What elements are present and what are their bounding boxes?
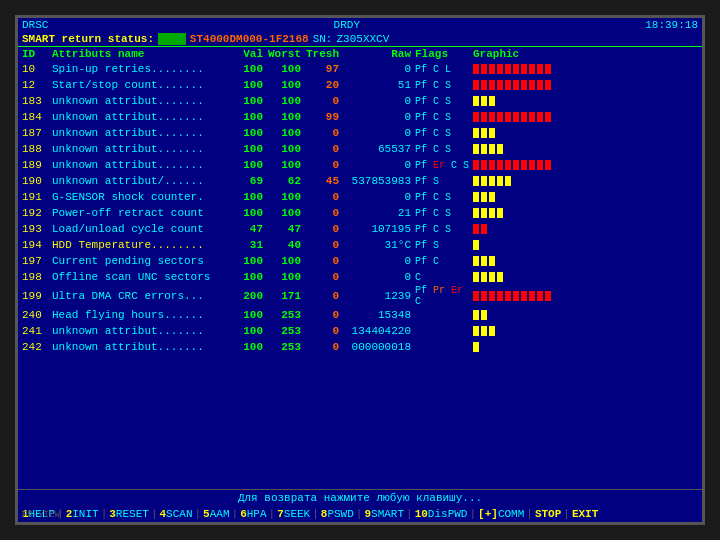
nav-label: HPA bbox=[247, 508, 267, 520]
top-bar: DRSC DRDY 18:39:18 bbox=[18, 18, 702, 32]
cell-worst: 100 bbox=[267, 127, 305, 139]
nav-separator: | bbox=[232, 508, 239, 520]
cell-raw: 0 bbox=[343, 63, 415, 75]
nav-num: 10 bbox=[415, 508, 428, 520]
cell-raw: 000000018 bbox=[343, 341, 415, 353]
nav-num: 5 bbox=[203, 508, 210, 520]
cell-id: 12 bbox=[22, 79, 52, 91]
table-row: 194 HDD Temperature........ 31 40 0 31°C… bbox=[18, 237, 702, 253]
cell-flags: Pf C S bbox=[415, 144, 473, 155]
cell-graphic bbox=[473, 256, 573, 266]
cell-val: 31 bbox=[232, 239, 267, 251]
table-row: 242 unknown attribut....... 100 253 0 00… bbox=[18, 339, 702, 355]
table-row: 191 G-SENSOR shock counter. 100 100 0 0 … bbox=[18, 189, 702, 205]
cell-worst: 47 bbox=[267, 223, 305, 235]
nav-item[interactable]: 8PSWD bbox=[321, 508, 354, 520]
cell-worst: 253 bbox=[267, 325, 305, 337]
nav-num: 9 bbox=[364, 508, 371, 520]
cell-val: 47 bbox=[232, 223, 267, 235]
table-row: 10 Spin-up retries........ 100 100 97 0 … bbox=[18, 61, 702, 77]
cell-val: 100 bbox=[232, 309, 267, 321]
cell-raw: 31°C bbox=[343, 239, 415, 251]
nav-item[interactable]: 5AAM bbox=[203, 508, 229, 520]
cell-graphic bbox=[473, 272, 573, 282]
nav-item[interactable]: 7SEEK bbox=[277, 508, 310, 520]
cell-name: Load/unload cycle count bbox=[52, 223, 232, 235]
main-screen: DRSC DRDY 18:39:18 SMART return status: … bbox=[15, 15, 705, 525]
cell-name: unknown attribut....... bbox=[52, 111, 232, 123]
cell-graphic bbox=[473, 342, 573, 352]
cell-worst: 62 bbox=[267, 175, 305, 187]
cell-flags: C bbox=[415, 272, 473, 283]
smart-status-indicator bbox=[158, 33, 186, 45]
nav-item[interactable]: 10DisPWD bbox=[415, 508, 468, 520]
cell-graphic bbox=[473, 160, 573, 170]
cell-name: Offline scan UNC sectors bbox=[52, 271, 232, 283]
bottom-nav[interactable]: 1HELP|2INIT|3RESET|4SCAN|5AAM|6HPA|7SEEK… bbox=[18, 506, 702, 522]
cell-flags: Pf S bbox=[415, 240, 473, 251]
cell-flags: Pf Pr Er C bbox=[415, 285, 473, 307]
cell-val: 100 bbox=[232, 271, 267, 283]
cell-thresh: 0 bbox=[305, 271, 343, 283]
table-row: 12 Start/stop count....... 100 100 20 51… bbox=[18, 77, 702, 93]
cell-worst: 100 bbox=[267, 95, 305, 107]
cell-graphic bbox=[473, 128, 573, 138]
cell-name: unknown attribut....... bbox=[52, 325, 232, 337]
cell-flags: Pf C S bbox=[415, 112, 473, 123]
cell-worst: 171 bbox=[267, 290, 305, 302]
nav-separator: | bbox=[356, 508, 363, 520]
nav-num: 3 bbox=[109, 508, 116, 520]
nav-item[interactable]: 2INIT bbox=[66, 508, 99, 520]
nav-separator: | bbox=[526, 508, 533, 520]
cell-raw: 0 bbox=[343, 111, 415, 123]
cell-worst: 100 bbox=[267, 63, 305, 75]
cell-flags: Pf C L bbox=[415, 64, 473, 75]
cell-name: Power-off retract count bbox=[52, 207, 232, 219]
nav-item[interactable]: 4SCAN bbox=[159, 508, 192, 520]
header-thresh: Tresh bbox=[305, 48, 343, 60]
cell-thresh: 99 bbox=[305, 111, 343, 123]
nav-item[interactable]: [+]COMM bbox=[478, 508, 524, 520]
cell-name: unknown attribut....... bbox=[52, 341, 232, 353]
cell-val: 100 bbox=[232, 255, 267, 267]
cell-thresh: 20 bbox=[305, 79, 343, 91]
cell-graphic bbox=[473, 208, 573, 218]
cell-thresh: 0 bbox=[305, 127, 343, 139]
drdy-label: DRDY bbox=[334, 19, 360, 31]
nav-num: 2 bbox=[66, 508, 73, 520]
table-header: ID Attributs name Val Worst Tresh Raw Fl… bbox=[18, 46, 702, 61]
table-body: 10 Spin-up retries........ 100 100 97 0 … bbox=[18, 61, 702, 489]
nav-label: SMART bbox=[371, 508, 404, 520]
nav-label: INIT bbox=[72, 508, 98, 520]
cell-name: Spin-up retries........ bbox=[52, 63, 232, 75]
cell-raw: 0 bbox=[343, 255, 415, 267]
cell-id: 197 bbox=[22, 255, 52, 267]
cell-graphic bbox=[473, 80, 573, 90]
table-row: 188 unknown attribut....... 100 100 0 65… bbox=[18, 141, 702, 157]
cell-raw: 0 bbox=[343, 191, 415, 203]
nav-item[interactable]: 6HPA bbox=[240, 508, 266, 520]
header-raw: Raw bbox=[343, 48, 415, 60]
cell-val: 100 bbox=[232, 207, 267, 219]
nav-separator: | bbox=[406, 508, 413, 520]
nav-separator: | bbox=[151, 508, 158, 520]
nav-item[interactable]: 3RESET bbox=[109, 508, 149, 520]
cell-raw: 15348 bbox=[343, 309, 415, 321]
cell-name: unknown attribut....... bbox=[52, 127, 232, 139]
nav-item[interactable]: EXIT bbox=[572, 508, 598, 520]
table-row: 183 unknown attribut....... 100 100 0 0 … bbox=[18, 93, 702, 109]
nav-item[interactable]: 9SMART bbox=[364, 508, 404, 520]
cell-raw: 21 bbox=[343, 207, 415, 219]
nav-item[interactable]: STOP bbox=[535, 508, 561, 520]
nav-separator: | bbox=[469, 508, 476, 520]
cell-thresh: 0 bbox=[305, 143, 343, 155]
cell-id: 183 bbox=[22, 95, 52, 107]
cell-id: 240 bbox=[22, 309, 52, 321]
cell-flags: Pf S bbox=[415, 176, 473, 187]
header-val: Val bbox=[232, 48, 267, 60]
cell-flags: Pf C S bbox=[415, 192, 473, 203]
cell-graphic bbox=[473, 310, 573, 320]
cell-val: 100 bbox=[232, 143, 267, 155]
cell-id: 241 bbox=[22, 325, 52, 337]
cell-id: 242 bbox=[22, 341, 52, 353]
